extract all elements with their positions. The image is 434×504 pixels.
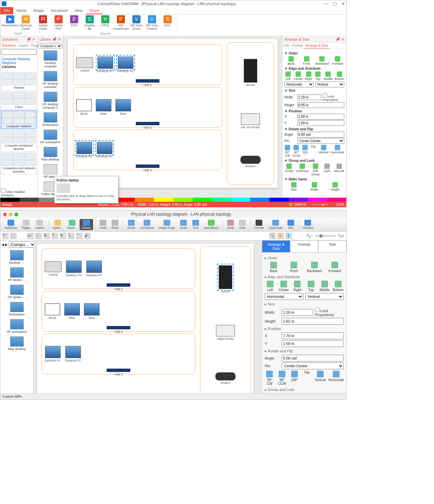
width-input[interactable] [297, 94, 321, 100]
flip-horizontal-button[interactable]: Horizontal [330, 145, 344, 157]
mac-zoom-value[interactable]: Custom 68% [2, 395, 22, 398]
zoom-slider[interactable]: ────●── [312, 203, 329, 206]
mac-tab-text[interactable]: Text [318, 240, 346, 253]
align-center-button[interactable]: Center [294, 71, 303, 81]
mac-rot90ccw[interactable]: 90° CCW [277, 371, 287, 386]
mac-diagram-page[interactable]: Laptop Desktop PC Desktop PC Hub 1 iBook… [37, 244, 254, 393]
lib-item[interactable]: Workstation [0, 301, 33, 318]
tb-snap[interactable]: Snap [225, 219, 236, 230]
mac-y-input[interactable] [282, 340, 344, 347]
mac-align-middle[interactable]: Middle [319, 281, 330, 292]
send-email-button[interactable]: ✉Send via Email [19, 15, 33, 31]
lib-back-icon[interactable]: ◀ [1, 243, 4, 246]
lib-item[interactable]: HP workstation [0, 318, 33, 335]
edit-group-button[interactable]: Edit Group [310, 163, 320, 176]
close-button[interactable]: ✕ [342, 1, 345, 6]
zoom-tool-icon[interactable]: 🔍 [269, 233, 276, 239]
zoom-out-icon[interactable]: 🔍− [306, 234, 313, 238]
adobe-pdf-button[interactable]: PAdobe PDF [51, 15, 66, 31]
flip-vertical-button[interactable]: Vertical [319, 145, 329, 157]
menu-file[interactable]: File [0, 7, 13, 14]
mac-pin-select[interactable]: Center-Center [282, 363, 344, 369]
mac-minimize-button[interactable] [9, 213, 13, 216]
y-input[interactable] [297, 120, 344, 126]
tb-pages[interactable]: Pages [20, 219, 32, 230]
mac-library-dropdown[interactable]: Compu… [9, 241, 36, 248]
x-input[interactable] [297, 114, 344, 119]
front-button[interactable]: Front [300, 56, 313, 65]
mac-rot180[interactable]: 180° [290, 371, 300, 386]
align-top-button[interactable]: Top [314, 71, 322, 81]
mac-angle-input[interactable] [282, 355, 344, 361]
pointer-tool-icon[interactable]: ↖ [2, 233, 8, 239]
unlock-button[interactable]: UnLock [334, 163, 345, 176]
mac-dist-v[interactable]: Vertical [305, 293, 344, 300]
forward-button[interactable]: Forward [331, 56, 344, 65]
tb-connector[interactable]: Connector [138, 219, 156, 230]
mac-zoom-button[interactable] [15, 213, 18, 216]
lib-item[interactable]: Workstation [38, 111, 63, 128]
mac-dist-h[interactable]: Horizontal [265, 293, 303, 300]
solutions-network-link[interactable]: Computer Network Diagrams [2, 57, 36, 65]
lib-item[interactable]: iMac desktop [38, 146, 63, 163]
rotate-90ccw-button[interactable]: 90° CCW [292, 145, 300, 157]
same-height-button[interactable]: Height [326, 182, 344, 191]
tb-format[interactable]: Format [252, 219, 266, 230]
select-tool-icon[interactable]: ⬚ [10, 233, 17, 239]
ms-powerpoint-button[interactable]: PMS PowerPoint [114, 15, 128, 31]
rotate-90cw-button[interactable]: 90° CW [284, 145, 290, 157]
html-button[interactable]: HHTML [98, 15, 112, 27]
mac-align-bottom[interactable]: Bottom [333, 281, 344, 292]
mac-height-input[interactable] [282, 318, 344, 325]
minimize-button[interactable]: — [324, 1, 328, 6]
tb-layers[interactable]: Layers [33, 219, 46, 230]
group-button[interactable]: Group [284, 163, 294, 176]
library-close-icon[interactable]: 📌 ✕ [52, 37, 61, 42]
solution-card-alvarion[interactable]: Alvarion [1, 72, 37, 90]
line-tool-icon[interactable]: ╲ [68, 233, 74, 239]
only-installed-checkbox[interactable] [1, 189, 5, 193]
tb-save[interactable]: Save... [65, 219, 79, 230]
lib-item[interactable]: HP deskto … [0, 266, 33, 283]
align-bottom-button[interactable]: Bottom [335, 71, 345, 81]
mac-align-center[interactable]: Center [278, 281, 289, 292]
solution-card-cisco[interactable]: Cisco [1, 91, 37, 110]
tb-smart[interactable]: Smart [125, 219, 137, 230]
canvas[interactable]: Laptop Desktop PC Desktop PC Hub 1 iBook… [63, 36, 282, 198]
pin-select[interactable]: Center-Center [297, 138, 344, 144]
mac-flip-v[interactable]: Vertical [314, 371, 326, 386]
hand-tool-icon[interactable]: ✋ [278, 233, 284, 239]
mac-flip-h[interactable]: Horizontal [328, 371, 344, 386]
tb-grid[interactable]: Grid [237, 219, 248, 230]
mac-lock-proportions[interactable] [315, 308, 320, 312]
height-input[interactable] [297, 102, 344, 108]
lib-item[interactable]: HP desktop computer 2 [38, 90, 63, 111]
mac-back-button[interactable]: Back [265, 262, 282, 273]
diagram-page[interactable]: Laptop Desktop PC Desktop PC Hub 1 iBook… [68, 39, 278, 188]
maximize-button[interactable]: ▢ [333, 1, 337, 6]
ellipse-tool-icon[interactable]: ○ [36, 233, 42, 239]
lib-item[interactable]: iMac desktop [0, 335, 33, 352]
tab-solutions[interactable]: Solutions [0, 43, 17, 48]
adobe-flash-button[interactable]: FlAdobe Flash [36, 15, 50, 31]
lib-item[interactable]: HP workstation [38, 128, 63, 146]
brush-tool-icon[interactable]: 🖌 [84, 233, 90, 239]
tb-open[interactable]: Open... [51, 219, 65, 230]
library-dropdown[interactable]: Computer n… [38, 44, 62, 48]
solution-card-peripheral[interactable]: Computer peripheral devices [1, 130, 37, 152]
tb-solutions[interactable]: Solutions [2, 219, 19, 230]
ms-visio-vdx-button[interactable]: VMS Visio (VDX) [129, 15, 144, 31]
tab-layers[interactable]: Layers [17, 43, 30, 48]
eyedropper-tool-icon[interactable]: 💧 [286, 233, 292, 239]
mac-front-button[interactable]: Front [285, 262, 303, 273]
ms-visio-vsdx-button[interactable]: VMS Visio (VSDX) [145, 15, 159, 31]
align-left-button[interactable]: Left [284, 71, 292, 81]
mac-tab-format[interactable]: Format [290, 240, 318, 253]
solution-card-isometric[interactable]: Computers and network isometric [1, 152, 37, 174]
arc-tool-icon[interactable]: ⌒ [76, 233, 82, 239]
lib-item[interactable]: Desktop computer [38, 49, 63, 70]
tb-info[interactable]: Info [285, 219, 296, 230]
mac-close-button[interactable] [3, 213, 7, 216]
back-button[interactable]: Back [284, 56, 298, 65]
lock-button[interactable]: Lock [322, 163, 332, 176]
